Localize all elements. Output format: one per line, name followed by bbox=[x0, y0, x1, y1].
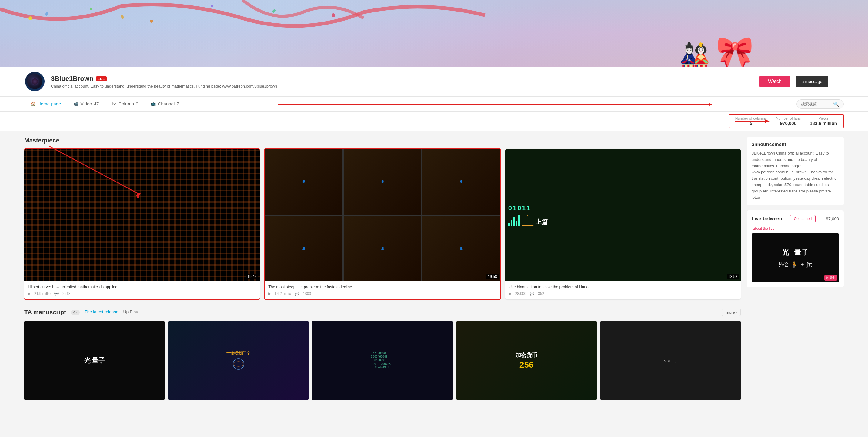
play-icon-2: ▶ bbox=[268, 291, 271, 296]
video-stats-1: ▶ 21.9 millio 💬 2513 bbox=[28, 291, 256, 296]
live-count: 97,000 bbox=[826, 216, 839, 221]
quanta-content: 光 量子 bbox=[24, 321, 164, 400]
live-person: 🧍 bbox=[790, 261, 798, 268]
live-plus: + bbox=[800, 261, 804, 268]
stats-bar: Number of columns 5 Number of fans 970,0… bbox=[0, 112, 868, 131]
tab-channel[interactable]: 📺 Channel 7 bbox=[144, 97, 185, 111]
tab-video[interactable]: 📹 Video 47 bbox=[67, 97, 105, 111]
profile-bar: 3Blue1Brown LUE China official account. … bbox=[0, 67, 868, 97]
math-text4: ∫ bbox=[676, 358, 677, 363]
chinese-upper-text: 上篇 bbox=[535, 218, 548, 226]
search-icon: 🔍 bbox=[833, 101, 839, 107]
fractal-thumb bbox=[24, 149, 260, 281]
play-icon-3: ▶ bbox=[509, 291, 512, 296]
portrait-1: 👤 bbox=[265, 149, 343, 215]
more-link[interactable]: more › bbox=[722, 309, 741, 316]
video-stats-2: ▶ 14.2 millio 💬 1303 bbox=[268, 291, 496, 296]
stat-fans-value: 970,000 bbox=[776, 121, 801, 126]
stat-views: Views 183.6 million bbox=[810, 116, 837, 126]
video-card-1[interactable]: 19:42 Hilbert curve: how unlimited mathe… bbox=[24, 149, 260, 300]
tab-column[interactable]: 🖼 Column 0 bbox=[105, 97, 144, 111]
video-thumb-2: 👤 👤 👤 👤 👤 👤 19:58 bbox=[265, 149, 500, 281]
portrait-4: 👤 bbox=[265, 216, 343, 282]
live-header: Live between Concerned 97,000 bbox=[752, 215, 839, 222]
announcement-title: announcement bbox=[752, 142, 839, 147]
views-3: 28,000 bbox=[515, 291, 526, 296]
search-box[interactable]: 🔍 bbox=[797, 99, 844, 109]
tab-latest-release[interactable]: The latest release bbox=[85, 309, 118, 315]
message-button[interactable]: a message bbox=[796, 76, 828, 87]
manuscript-header: TA manuscript 47 The latest release Up P… bbox=[24, 309, 741, 316]
live-integral: ∫π bbox=[806, 261, 812, 268]
svg-point-12 bbox=[233, 358, 244, 369]
search-input[interactable] bbox=[801, 102, 831, 106]
stat-views-label: Views bbox=[810, 116, 837, 121]
video-title-1: Hilbert curve: how unlimited mathematics… bbox=[28, 284, 256, 290]
stat-columns: Number of columns 5 bbox=[735, 116, 767, 126]
numbers-text: 1579208089350246264335840079131293317007… bbox=[370, 350, 395, 370]
video-info-2: The most steep line problem: the fastest… bbox=[265, 281, 500, 300]
avatar-image bbox=[27, 74, 42, 89]
crypto-content: 加密货币 256 bbox=[457, 321, 597, 400]
live-preview[interactable]: 光 量子 ¹⁄√2 🧍 + ∫π 轮播中 bbox=[752, 233, 839, 282]
math-formula: √ π + ∫ bbox=[664, 358, 677, 363]
numbers-content: 1579208089350246264335840079131293317007… bbox=[312, 321, 453, 400]
profile-info: 3Blue1Brown LUE China official account. … bbox=[51, 75, 754, 89]
nav-wrapper: 🏠 Home page 📹 Video 47 🖼 Column 0 📺 Chan… bbox=[0, 97, 868, 112]
binary-bottom: 上篇 bbox=[508, 214, 548, 226]
math-content: √ π + ∫ bbox=[600, 321, 741, 400]
live-formula: 光 量子 bbox=[782, 248, 809, 257]
duration-badge-1: 19:42 bbox=[246, 274, 258, 279]
watch-button[interactable]: Watch bbox=[760, 76, 790, 87]
thumb-numbers[interactable]: 1579208089350246264335840079131293317007… bbox=[312, 321, 453, 400]
bar-3 bbox=[513, 217, 515, 226]
video-title-3: Use binarization to solve the problem of… bbox=[509, 284, 737, 290]
bar-1 bbox=[508, 223, 510, 226]
math-text: √ bbox=[664, 358, 667, 363]
video-card-2[interactable]: 👤 👤 👤 👤 👤 👤 19:58 bbox=[265, 149, 500, 300]
more-label: more bbox=[726, 310, 735, 315]
duration-badge-2: 19:58 bbox=[487, 274, 499, 279]
tab-homepage[interactable]: 🏠 Home page bbox=[24, 97, 67, 111]
tend-text: 十维球面？ bbox=[226, 350, 251, 357]
tab-channel-count: 7 bbox=[176, 101, 179, 106]
bar-4 bbox=[516, 221, 517, 226]
channel-name: 3Blue1Brown bbox=[51, 75, 94, 83]
channel-desc: China official account. Easy to understa… bbox=[51, 84, 754, 89]
triangle-shape bbox=[522, 216, 534, 226]
portrait-grid: 👤 👤 👤 👤 👤 👤 bbox=[265, 149, 500, 281]
stats-outlined-box: Number of columns 5 Number of fans 970,0… bbox=[728, 114, 844, 128]
live-card: Live between Concerned 97,000 about the … bbox=[747, 210, 844, 287]
binary-text: 01011 bbox=[508, 204, 531, 212]
main-layout: Masterpiece 19:42 Hilb bbox=[0, 131, 868, 415]
stat-columns-label: Number of columns bbox=[735, 116, 767, 121]
live-char-2: 量子 bbox=[794, 248, 809, 257]
channel-icon: 📺 bbox=[150, 101, 156, 106]
views-2: 14.2 millio bbox=[275, 291, 291, 296]
bar-5 bbox=[518, 215, 520, 226]
comment-icon-3: 💬 bbox=[530, 291, 534, 296]
play-icon-1: ▶ bbox=[28, 291, 31, 296]
thumb-quanta[interactable]: 光 量子 bbox=[24, 321, 164, 400]
more-button[interactable]: ··· bbox=[834, 78, 844, 85]
thumb-math[interactable]: √ π + ∫ bbox=[600, 321, 741, 400]
live-badge-corner: 轮播中 bbox=[824, 275, 837, 281]
comment-icon-1: 💬 bbox=[54, 291, 59, 296]
video-thumb-1: 19:42 bbox=[24, 149, 260, 281]
video-icon: 📹 bbox=[73, 101, 79, 106]
live-badge: LUE bbox=[96, 76, 107, 81]
video-card-3[interactable]: 01011 bbox=[505, 149, 741, 300]
video-info-3: Use binarization to solve the problem of… bbox=[505, 281, 741, 300]
channel-banner: 🎎 🎀 bbox=[0, 0, 868, 67]
concerned-button[interactable]: Concerned bbox=[790, 215, 815, 222]
tend-visual bbox=[229, 358, 248, 371]
live-preview-content: 光 量子 ¹⁄√2 🧍 + ∫π bbox=[752, 243, 839, 273]
crypto-text: 加密货币 bbox=[516, 351, 537, 359]
column-icon: 🖼 bbox=[111, 101, 116, 106]
home-icon: 🏠 bbox=[30, 101, 36, 106]
thumb-crypto[interactable]: 加密货币 256 bbox=[457, 321, 597, 400]
manuscript-section: TA manuscript 47 The latest release Up P… bbox=[24, 309, 741, 400]
thumb-ten-d[interactable]: 十维球面？ bbox=[168, 321, 309, 400]
tab-up-play[interactable]: Up Play bbox=[123, 309, 138, 315]
video-info-1: Hilbert curve: how unlimited mathematics… bbox=[24, 281, 260, 300]
